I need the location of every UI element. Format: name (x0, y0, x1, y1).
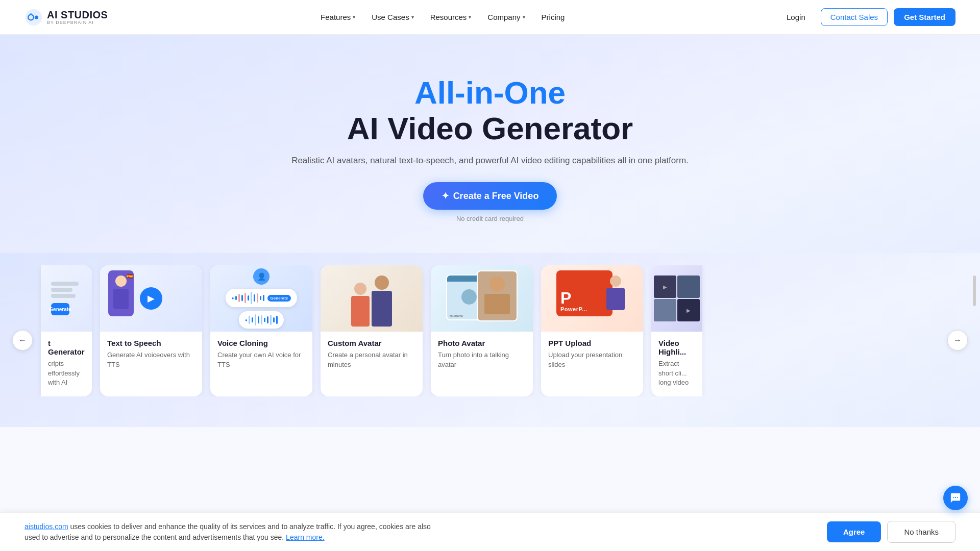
cookie-no-thanks-button[interactable]: No thanks (887, 521, 955, 529)
carousel-section: ← Generate t Generator cripts effortless… (0, 253, 980, 427)
card-video-highlight-image: ▶ ▶ (651, 265, 702, 332)
logo-icon (24, 8, 43, 27)
contact-sales-button[interactable]: Contact Sales (821, 8, 888, 26)
cookie-banner: aistudios.com uses cookies to deliver an… (0, 512, 980, 529)
sparkle-icon: ✦ (442, 190, 449, 202)
hero-tagline-blue: All-in-One (10, 76, 970, 110)
play-icon: ▶ (140, 287, 162, 310)
get-started-button[interactable]: Get Started (894, 8, 955, 26)
logo-text: AI STUDIOS by DEEPBRAIN AI (47, 9, 108, 26)
card-video-highlight-title: Video Highli... (658, 339, 695, 356)
card-script-desc: cripts effortlessly with AI (48, 359, 85, 387)
logo-title: AI STUDIOS (47, 9, 108, 20)
navbar-actions: Login Contact Sales Get Started (777, 8, 955, 26)
chat-icon (950, 492, 961, 504)
cookie-text: aistudios.com uses cookies to deliver an… (24, 521, 433, 530)
card-tts-image: 🇪🇸 ▶ (100, 265, 202, 332)
card-photo-avatar-image: Yourname (431, 265, 533, 332)
card-script-image: Generate (41, 265, 92, 332)
scrollbar-indicator (973, 276, 976, 306)
card-custom-avatar-body: Custom Avatar Create a personal avatar i… (321, 332, 423, 396)
card-tts-title: Text to Speech (107, 339, 195, 347)
card-script-generator[interactable]: Generate t Generator cripts effortlessly… (41, 265, 92, 396)
navbar: AI STUDIOS by DEEPBRAIN AI Features ▾ Us… (0, 0, 980, 35)
svg-point-4 (953, 497, 954, 498)
card-ppt-image: P PowerP... (541, 265, 643, 332)
waveform-visual (235, 292, 264, 304)
company-chevron-icon: ▾ (523, 14, 525, 20)
card-voice-image: 👤 ● Gener (210, 265, 312, 332)
carousel-next-button[interactable]: → (947, 330, 968, 350)
card-video-highlight-body: Video Highli... Extract short cli... lon… (651, 332, 702, 396)
login-button[interactable]: Login (777, 9, 815, 26)
card-ppt-desc: Upload your presentation slides (548, 350, 636, 369)
card-script-body: t Generator cripts effortlessly with AI (41, 332, 92, 396)
card-tts-body: Text to Speech Generate AI voiceovers wi… (100, 332, 202, 396)
cookie-actions: Agree No thanks (827, 521, 955, 529)
carousel-prev-button[interactable]: ← (12, 330, 33, 350)
card-custom-avatar[interactable]: Custom Avatar Create a personal avatar i… (321, 265, 423, 396)
cookie-agree-button[interactable]: Agree (827, 521, 881, 529)
nav-pricing[interactable]: Pricing (534, 9, 572, 26)
card-photo-avatar-body: Photo Avatar Turn photo into a talking a… (431, 332, 533, 396)
card-ppt-upload[interactable]: P PowerP... PPT Upload Upload your prese… (541, 265, 643, 396)
cookie-site-link[interactable]: aistudios.com (24, 522, 68, 530)
card-custom-avatar-title: Custom Avatar (328, 339, 415, 347)
create-free-video-button[interactable]: ✦ Create a Free Video (423, 182, 557, 210)
svg-point-2 (35, 15, 38, 19)
logo-subtitle: by DEEPBRAIN AI (47, 20, 108, 26)
card-ppt-title: PPT Upload (548, 339, 636, 347)
carousel-track: Generate t Generator cripts effortlessly… (0, 265, 980, 396)
card-voice-desc: Create your own AI voice for TTS (217, 350, 305, 369)
card-custom-avatar-desc: Create a personal avatar in minutes (328, 350, 415, 369)
card-voice-cloning[interactable]: 👤 ● Gener (210, 265, 312, 396)
svg-point-5 (955, 497, 956, 498)
card-photo-avatar-title: Photo Avatar (438, 339, 526, 347)
nav-use-cases[interactable]: Use Cases ▾ (364, 9, 421, 26)
card-photo-avatar[interactable]: Yourname Photo Avatar Turn photo into a … (431, 265, 533, 396)
svg-point-6 (957, 497, 958, 498)
hero-subtitle: Realistic AI avatars, natural text-to-sp… (10, 156, 970, 166)
no-credit-text: No credit card required (10, 215, 970, 222)
card-ppt-body: PPT Upload Upload your presentation slid… (541, 332, 643, 396)
card-voice-title: Voice Cloning (217, 339, 305, 347)
chat-widget-button[interactable] (943, 486, 968, 510)
card-tts[interactable]: 🇪🇸 ▶ Text to Speech Generate AI voiceove… (100, 265, 202, 396)
hero-tagline-black: AI Video Generator (10, 110, 970, 146)
nav-links: Features ▾ Use Cases ▾ Resources ▾ Compa… (313, 9, 572, 26)
card-video-highlight-desc: Extract short cli... long video (658, 359, 695, 387)
card-photo-avatar-desc: Turn photo into a talking avatar (438, 350, 526, 369)
card-video-highlight[interactable]: ▶ ▶ Video Highli... Extract short cli...… (651, 265, 702, 396)
nav-features[interactable]: Features ▾ (313, 9, 362, 26)
hero-section: All-in-One AI Video Generator Realistic … (0, 35, 980, 253)
card-tts-desc: Generate AI voiceovers with TTS (107, 350, 195, 369)
card-custom-avatar-image (321, 265, 423, 332)
nav-company[interactable]: Company ▾ (480, 9, 532, 26)
use-cases-chevron-icon: ▾ (411, 14, 414, 20)
cookie-message: uses cookies to deliver and enhance the … (24, 522, 431, 530)
features-chevron-icon: ▾ (353, 14, 355, 20)
resources-chevron-icon: ▾ (469, 14, 471, 20)
nav-resources[interactable]: Resources ▾ (423, 9, 479, 26)
card-script-title: t Generator (48, 339, 85, 356)
card-voice-body: Voice Cloning Create your own AI voice f… (210, 332, 312, 396)
logo[interactable]: AI STUDIOS by DEEPBRAIN AI (24, 8, 108, 27)
